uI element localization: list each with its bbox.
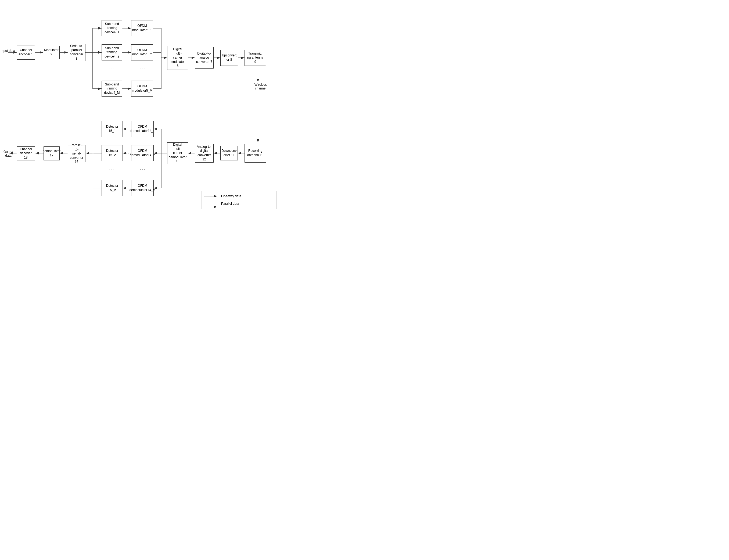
subband-framing-2: Sub-band framing device4_2 xyxy=(102,44,122,60)
wireless-channel-label: Wireless channel xyxy=(249,83,273,90)
adc: Analog-to- digital converter 12 xyxy=(195,144,214,163)
modulator: Modulator 2 xyxy=(43,46,60,59)
demodulator-17: demodulator 17 xyxy=(44,146,60,160)
ofdm-demod-dots: ... xyxy=(140,165,146,171)
input-data-label: Input data xyxy=(1,49,15,53)
detector-dots: ... xyxy=(109,165,115,171)
legend-parallel-label: Parallel data xyxy=(221,202,239,206)
digital-mc-modulator: Digital multi- carrier modulator 6 xyxy=(167,46,188,70)
subband-dots: ... xyxy=(109,64,115,71)
output-data-label: Output data xyxy=(1,150,16,157)
subband-framing-1: Sub-band framing device4_1 xyxy=(102,20,122,36)
rx-antenna: Receiving antenna 10 xyxy=(245,144,266,163)
detector-M: Detector 15_M xyxy=(102,180,123,196)
ofdm-modulator-M: OFDM modulator5_M xyxy=(131,81,153,97)
detector-1: Detector 15_1 xyxy=(102,121,123,137)
dac: Digital-to- analog converter 7 xyxy=(195,47,214,69)
ofdm-modulator-2: OFDM modulator5_2 xyxy=(131,44,153,60)
downconverter: Downconv erter 11 xyxy=(220,146,238,160)
parallel-serial-converter: Parallel-to- serial- converter 16 xyxy=(68,145,85,162)
serial-parallel-converter: Serial-to- parallel converter 3 xyxy=(68,44,85,61)
channel-decoder: Channel decoder 18 xyxy=(17,146,35,160)
digital-mc-demodulator: Digital multi- carrier demodulator 13 xyxy=(167,142,188,164)
ofdm-demod-2: OFDM demodulator14_2 xyxy=(131,145,154,161)
ofdm-demod-1: OFDM demodulator14_1 xyxy=(131,121,154,137)
subband-framing-M: Sub-band framing device4_M xyxy=(102,81,122,97)
ofdm-demod-M: OFDM demodulator14_M xyxy=(131,180,154,196)
ofdm-modulator-1: OFDM modulator5_1 xyxy=(131,20,153,36)
legend-one-way: One-way data xyxy=(206,194,272,198)
legend-parallel: Parallel data xyxy=(206,202,272,206)
main-diagram: Input data Channel encoder 1 Modulator 2… xyxy=(0,0,296,242)
legend-one-way-label: One-way data xyxy=(221,194,241,198)
channel-encoder: Channel encoder 1 xyxy=(17,45,35,60)
upconverter: Upconvert er 8 xyxy=(220,50,238,66)
tx-antenna: Transmitti ng antenna 9 xyxy=(245,50,266,66)
ofdm-mod-dots: ... xyxy=(140,64,146,71)
detector-2: Detector 15_2 xyxy=(102,145,123,161)
